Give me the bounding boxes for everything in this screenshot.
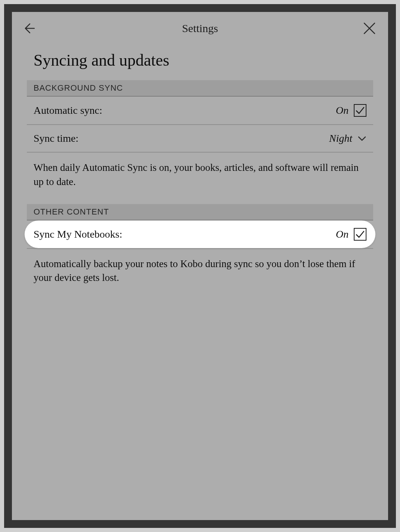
sync-time-label: Sync time: bbox=[34, 132, 79, 144]
automatic-sync-row[interactable]: Automatic sync: On bbox=[27, 97, 373, 125]
back-arrow-icon bbox=[23, 21, 38, 36]
section-header-other-content: OTHER CONTENT bbox=[27, 204, 373, 220]
automatic-sync-checkbox[interactable] bbox=[354, 104, 366, 117]
page-title: Syncing and updates bbox=[12, 42, 388, 80]
sync-time-row[interactable]: Sync time: Night bbox=[27, 125, 373, 153]
sync-time-chevron bbox=[358, 134, 366, 143]
sync-notebooks-row[interactable]: Sync My Notebooks: On bbox=[25, 220, 375, 248]
device-frame: Settings Syncing and updates BACKGROUND … bbox=[4, 4, 396, 528]
sync-notebooks-label: Sync My Notebooks: bbox=[34, 228, 122, 240]
sync-notebooks-value: On bbox=[336, 228, 349, 240]
sync-notebooks-value-group: On bbox=[336, 228, 366, 241]
close-icon bbox=[363, 22, 376, 35]
back-button[interactable] bbox=[22, 20, 39, 37]
outer-frame: Settings Syncing and updates BACKGROUND … bbox=[0, 0, 400, 532]
checkmark-icon bbox=[355, 105, 365, 116]
chevron-down-icon bbox=[358, 134, 366, 143]
sync-time-value: Night bbox=[329, 132, 352, 144]
automatic-sync-value-group: On bbox=[336, 104, 366, 117]
section-header-background-sync: BACKGROUND SYNC bbox=[27, 80, 373, 97]
other-content-description: Automatically backup your notes to Kobo … bbox=[12, 249, 388, 300]
header-title: Settings bbox=[182, 22, 218, 35]
close-button[interactable] bbox=[361, 20, 378, 37]
sync-notebooks-checkbox[interactable] bbox=[354, 228, 366, 241]
checkmark-icon bbox=[355, 229, 365, 240]
header-bar: Settings bbox=[12, 12, 388, 42]
automatic-sync-label: Automatic sync: bbox=[34, 104, 102, 116]
sync-time-value-group: Night bbox=[329, 132, 366, 144]
screen: Settings Syncing and updates BACKGROUND … bbox=[12, 12, 388, 520]
background-sync-description: When daily Automatic Sync is on, your bo… bbox=[12, 153, 388, 204]
automatic-sync-value: On bbox=[336, 104, 349, 116]
